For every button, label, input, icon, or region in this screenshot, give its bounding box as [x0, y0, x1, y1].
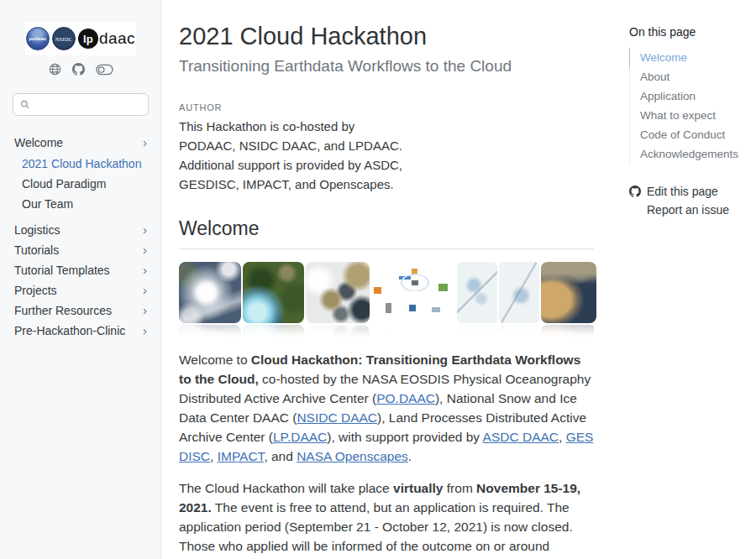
- sidebar-item-tutorial-templates[interactable]: Tutorial Templates›: [13, 260, 149, 280]
- ice-shelf-satellite-tile-2: [499, 262, 539, 323]
- chevron-right-icon: ›: [143, 265, 147, 275]
- toc-action-report-an-issue[interactable]: Report an issue: [629, 201, 749, 219]
- chevron-right-icon: ›: [143, 225, 147, 235]
- toc-list: WelcomeAboutApplicationWhat to expectCod…: [629, 48, 749, 164]
- sidebar-item-further-resources[interactable]: Further Resources›: [13, 300, 149, 321]
- link-asdc-daac[interactable]: ASDC DAAC: [483, 430, 559, 444]
- toc-title: On this page: [629, 25, 749, 39]
- sidebar-item-logistics[interactable]: Logistics›: [13, 220, 149, 240]
- chevron-right-icon: ›: [143, 138, 147, 148]
- lpdaac-text: daac: [99, 29, 135, 48]
- sidebar-item-label: Further Resources: [14, 304, 112, 318]
- reflection-fade: [179, 325, 594, 337]
- sidebar-item-label: Welcome: [14, 136, 63, 150]
- bold-text: virtually: [393, 481, 443, 495]
- nsidc-logo: NSIDC: [52, 27, 76, 50]
- sidebar-item-welcome[interactable]: Welcome›: [13, 133, 149, 153]
- sea-ice-satellite-tile: [306, 262, 370, 323]
- lpdaac-logo: lp daac: [78, 29, 135, 49]
- sidebar-item-label: Pre-Hackathon-Clinic: [14, 324, 125, 338]
- github-icon[interactable]: [72, 63, 85, 76]
- link-lp-daac[interactable]: LP.DAAC: [273, 430, 327, 444]
- app-window: podaac NSIDC lp daac: [0, 0, 756, 559]
- text: The event is free to attend, but an appl…: [179, 500, 573, 559]
- sidebar-item-label: Tutorials: [14, 243, 59, 258]
- welcome-section-heading: Welcome: [179, 217, 594, 249]
- link-nsidc-daac[interactable]: NSIDC DAAC: [297, 410, 377, 425]
- text: from: [443, 481, 476, 495]
- sidebar-item-tutorials[interactable]: Tutorials›: [13, 240, 149, 260]
- github-icon: [629, 185, 641, 197]
- text: The Cloud Hackathon will take place: [179, 481, 393, 495]
- toc-item-acknowledgements[interactable]: Acknowledgements: [629, 144, 749, 164]
- paragraph-2: The Cloud Hackathon will take place virt…: [179, 478, 594, 559]
- search-input[interactable]: [34, 97, 141, 112]
- earthdata-banner-image: [179, 262, 594, 337]
- desert-coast-satellite-tile: [541, 262, 596, 323]
- body-paragraphs: Welcome to Cloud Hackathon: Transitionin…: [179, 350, 594, 559]
- toc-actions: Edit this pageReport an issue: [629, 182, 749, 219]
- text: ,: [210, 449, 218, 463]
- toc-action-label: Report an issue: [647, 203, 729, 217]
- sidebar-subsection: 2021 Cloud HackathonCloud ParadigmOur Te…: [13, 154, 149, 214]
- hurricane-satellite-tile: [179, 262, 241, 323]
- toc-action-label: Edit this page: [647, 185, 718, 198]
- sidebar-item-2021-cloud-hackathon[interactable]: 2021 Cloud Hackathon: [13, 154, 149, 174]
- on-this-page-sidebar: On this page WelcomeAboutApplicationWhat…: [619, 0, 756, 559]
- link-impact[interactable]: IMPACT: [218, 449, 265, 463]
- link-nasa-openscapes[interactable]: NASA Openscapes: [297, 449, 408, 463]
- text: ,: [559, 430, 566, 444]
- main-content: 2021 Cloud Hackathon Transitioning Earth…: [161, 0, 619, 559]
- author-label: AUTHOR: [179, 102, 594, 112]
- chevron-right-icon: ›: [143, 285, 147, 295]
- toc-item-welcome[interactable]: Welcome: [629, 48, 749, 67]
- toc-item-about[interactable]: About: [629, 67, 749, 86]
- sidebar-item-label: Our Team: [22, 197, 73, 212]
- coastal-bloom-satellite-tile: [243, 262, 304, 323]
- toc-item-application[interactable]: Application: [629, 86, 749, 106]
- chevron-right-icon: ›: [143, 245, 147, 255]
- banner-tiles-row: [179, 262, 594, 323]
- chevron-right-icon: ›: [143, 306, 147, 316]
- sidebar-item-label: Cloud Paradigm: [22, 177, 106, 191]
- banner-reflection: [179, 325, 594, 337]
- sidebar-item-projects[interactable]: Projects›: [13, 280, 149, 300]
- sidebar-item-label: Tutorial Templates: [14, 264, 110, 278]
- sidebar-item-cloud-paradigm[interactable]: Cloud Paradigm: [13, 174, 149, 194]
- sidebar-item-label: 2021 Cloud Hackathon: [22, 157, 141, 171]
- author-text: This Hackathon is co-hosted by PODAAC, N…: [179, 117, 407, 194]
- podaac-logo: podaac: [26, 27, 50, 50]
- text: Welcome to: [179, 353, 251, 367]
- paragraph-1: Welcome to Cloud Hackathon: Transitionin…: [179, 350, 594, 466]
- podaac-logo-text: podaac: [29, 35, 46, 42]
- lpdaac-mark: lp: [78, 29, 98, 49]
- sidebar-item-our-team[interactable]: Our Team: [13, 194, 149, 214]
- toc-item-what-to-expect[interactable]: What to expect: [629, 106, 749, 125]
- left-sidebar: podaac NSIDC lp daac: [0, 0, 161, 559]
- theme-toggle-icon[interactable]: [96, 64, 113, 76]
- globe-icon[interactable]: [49, 63, 61, 76]
- ice-shelf-satellite-tile-1: [457, 262, 497, 323]
- sidebar-tool-icons: [13, 63, 149, 76]
- sidebar-item-label: Logistics: [14, 223, 60, 238]
- sidebar-item-label: Projects: [14, 284, 57, 298]
- text: , and: [264, 449, 297, 463]
- page-subtitle: Transitioning Earthdata Workflows to the…: [179, 56, 594, 77]
- text: ), with support provided by: [327, 430, 482, 444]
- cloud-architecture-diagram-tile: [371, 262, 455, 323]
- nsidc-logo-text: NSIDC: [55, 36, 73, 42]
- toc-item-code-of-conduct[interactable]: Code of Conduct: [629, 125, 749, 144]
- sidebar-nav: Welcome›2021 Cloud HackathonCloud Paradi…: [13, 133, 149, 341]
- search-box[interactable]: [13, 93, 149, 116]
- search-icon: [20, 99, 29, 110]
- toc-action-edit-this-page[interactable]: Edit this page: [629, 182, 749, 201]
- text: .: [408, 449, 412, 463]
- chevron-right-icon: ›: [143, 326, 147, 336]
- page-title: 2021 Cloud Hackathon: [179, 22, 594, 51]
- sidebar-item-pre-hackathon-clinic[interactable]: Pre-Hackathon-Clinic›: [13, 321, 149, 341]
- link-po-daac[interactable]: PO.DAAC: [376, 391, 435, 405]
- daac-logos[interactable]: podaac NSIDC lp daac: [25, 22, 136, 55]
